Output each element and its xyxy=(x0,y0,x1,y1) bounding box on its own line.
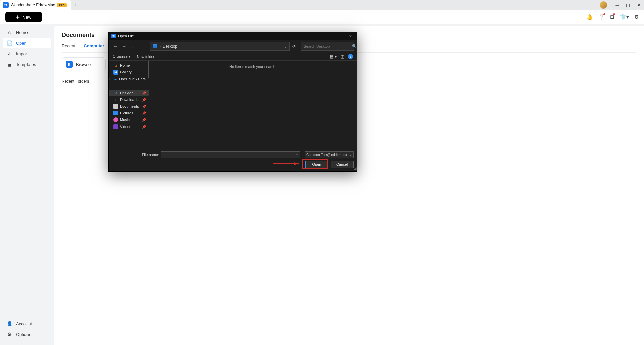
sidebar-item-options[interactable]: ⚙Options xyxy=(3,329,51,340)
nav-item-documents[interactable]: Documents📌 xyxy=(109,103,149,110)
sidebar-item-label: Templates xyxy=(16,62,36,67)
app-logo-icon: ⊃ xyxy=(3,2,9,8)
new-button-label: New xyxy=(22,15,31,20)
breadcrumb-item[interactable]: Desktop xyxy=(163,44,177,49)
onedrive-icon: ☁ xyxy=(113,77,117,81)
title-bar: ⊃ Wondershare EdrawMax Pro + ─ ▢ ✕ xyxy=(0,0,644,10)
pin-icon: 📌 xyxy=(142,91,146,95)
view-mode-icon[interactable]: ▦ ▾ xyxy=(329,54,337,59)
annotation-arrow xyxy=(273,163,299,164)
sidebar-item-label: Options xyxy=(16,332,31,337)
pictures-icon xyxy=(113,111,118,115)
chevron-down-icon: ⌄ xyxy=(349,153,352,157)
sidebar-item-label: Open xyxy=(16,41,27,46)
nav-item-videos[interactable]: Videos📌 xyxy=(109,123,149,130)
top-right-icons: 🔔 ❔ ⊞ 👕▾ ⚙ xyxy=(587,14,639,20)
pin-icon: 📌 xyxy=(142,111,146,115)
desktop-folder-icon: 🖥 xyxy=(113,91,118,95)
tab-computer[interactable]: Computer xyxy=(84,43,104,52)
refresh-icon[interactable]: ⟳ xyxy=(290,44,299,49)
nav-item-downloads[interactable]: ↓Downloads📌 xyxy=(109,96,149,103)
browse-icon: ◧ xyxy=(66,61,73,68)
empty-message: No items match your search. xyxy=(229,65,276,149)
nav-up-icon[interactable]: ↑ xyxy=(138,42,146,51)
settings-icon[interactable]: ⚙ xyxy=(634,14,639,20)
filename-label: File name: xyxy=(112,153,159,157)
chevron-right-icon: › xyxy=(159,44,161,49)
dialog-nav-row: ← → ⌄ ↑ › Desktop ⌄ ⟳ 🔍 xyxy=(109,40,357,53)
dialog-close-button[interactable]: ✕ xyxy=(346,34,354,39)
nav-item-pictures[interactable]: Pictures📌 xyxy=(109,110,149,116)
nav-item-music[interactable]: Music📌 xyxy=(109,116,149,123)
file-icon: 📄 xyxy=(7,40,12,46)
search-input[interactable] xyxy=(304,44,350,48)
scrollbar-thumb[interactable] xyxy=(148,61,149,78)
sidebar-item-label: Home xyxy=(16,30,28,35)
import-icon: ⇩ xyxy=(7,51,12,56)
window-controls: ─ ▢ ✕ xyxy=(600,0,644,10)
minimize-button[interactable]: ─ xyxy=(612,0,623,10)
sidebar-item-label: Import xyxy=(16,51,29,56)
app-tab[interactable]: ⊃ Wondershare EdrawMax Pro xyxy=(0,0,71,10)
nav-item-home[interactable]: ⌂Home xyxy=(109,62,149,69)
dialog-footer: File name: ⌄ Common Files(*.eddx *.edx *… xyxy=(109,149,357,171)
account-icon: 👤 xyxy=(7,321,12,326)
file-type-dropdown[interactable]: Common Files(*.eddx *.edx *.vs⌄ xyxy=(305,151,354,158)
pro-badge: Pro xyxy=(57,3,67,7)
dialog-body: ⌂Home ◪Gallery ›☁OneDrive - Pers… 🖥Deskt… xyxy=(109,61,357,149)
chevron-right-icon[interactable]: › xyxy=(109,77,110,81)
top-toolbar: ✚ New 🔔 ❔ ⊞ 👕▾ ⚙ xyxy=(0,10,644,24)
filename-input[interactable]: ⌄ xyxy=(161,151,300,158)
nav-back-icon[interactable]: ← xyxy=(111,42,120,51)
user-avatar[interactable] xyxy=(600,1,607,9)
pin-icon: 📌 xyxy=(142,125,146,129)
sidebar-item-import[interactable]: ⇩Import xyxy=(3,48,51,59)
nav-item-desktop[interactable]: 🖥Desktop📌 xyxy=(109,90,149,96)
search-box[interactable]: 🔍 xyxy=(301,42,354,51)
plus-icon: ✚ xyxy=(16,15,20,20)
desktop-icon xyxy=(153,44,157,48)
new-folder-button[interactable]: New folder xyxy=(137,55,155,59)
file-list-pane: No items match your search. xyxy=(149,61,357,149)
dialog-titlebar: ⊃ Open File ✕ xyxy=(109,32,357,40)
open-file-dialog: ⊃ Open File ✕ ← → ⌄ ↑ › Desktop ⌄ ⟳ 🔍 Or… xyxy=(108,32,357,172)
nav-item-onedrive[interactable]: ›☁OneDrive - Pers… xyxy=(109,76,149,82)
new-tab-button[interactable]: + xyxy=(71,2,81,8)
apps-icon[interactable]: ⊞ xyxy=(610,14,614,20)
breadcrumb[interactable]: › Desktop ⌄ xyxy=(150,42,290,51)
help-icon[interactable]: ❔ xyxy=(598,14,605,20)
sidebar-item-account[interactable]: 👤Account xyxy=(3,318,51,329)
sidebar-item-home[interactable]: ⌂Home xyxy=(3,27,51,38)
organize-menu[interactable]: Organize ▾ xyxy=(113,54,131,59)
pin-icon: 📌 xyxy=(142,118,146,122)
nav-item-gallery[interactable]: ◪Gallery xyxy=(109,69,149,76)
chevron-down-icon[interactable]: ⌄ xyxy=(296,152,298,156)
bell-icon[interactable]: 🔔 xyxy=(587,14,593,20)
chevron-down-icon[interactable]: ⌄ xyxy=(284,45,287,48)
browse-label: Browse xyxy=(76,62,91,67)
shirt-icon[interactable]: 👕▾ xyxy=(620,14,629,20)
sidebar-item-templates[interactable]: ▣Templates xyxy=(3,59,51,70)
tab-recent[interactable]: Recent xyxy=(62,43,75,52)
nav-forward-icon[interactable]: → xyxy=(120,42,129,51)
gallery-icon: ◪ xyxy=(113,70,118,75)
music-icon xyxy=(113,117,118,122)
help-round-icon[interactable]: ? xyxy=(348,54,353,59)
search-icon: 🔍 xyxy=(352,44,357,49)
pin-icon: 📌 xyxy=(142,98,146,102)
documents-icon xyxy=(113,104,118,109)
open-button[interactable]: Open xyxy=(305,161,328,168)
close-button[interactable]: ✕ xyxy=(633,0,644,10)
home-folder-icon: ⌂ xyxy=(113,63,118,68)
templates-icon: ▣ xyxy=(7,62,12,67)
resize-grip-icon[interactable]: ◢ xyxy=(354,166,356,171)
browse-button[interactable]: ◧ Browse xyxy=(62,57,106,71)
maximize-button[interactable]: ▢ xyxy=(623,0,633,10)
sidebar-item-open[interactable]: 📄Open xyxy=(3,38,51,48)
preview-pane-icon[interactable]: ◫ xyxy=(340,54,344,59)
cancel-button[interactable]: Cancel xyxy=(331,161,354,168)
pin-icon: 📌 xyxy=(142,105,146,108)
videos-icon xyxy=(113,124,118,129)
new-button[interactable]: ✚ New xyxy=(5,12,42,22)
nav-recent-icon[interactable]: ⌄ xyxy=(129,42,138,51)
